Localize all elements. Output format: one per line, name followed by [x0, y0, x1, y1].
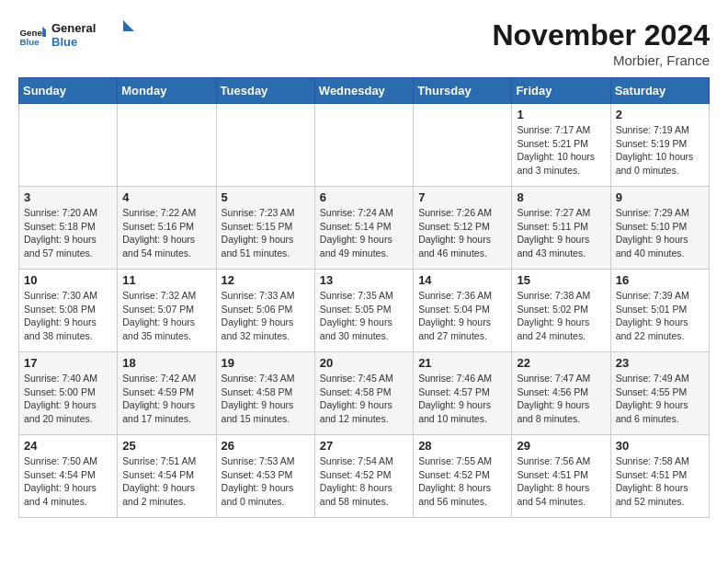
- calendar-week-4: 17Sunrise: 7:40 AM Sunset: 5:00 PM Dayli…: [19, 352, 710, 435]
- calendar-cell: 4Sunrise: 7:22 AM Sunset: 5:16 PM Daylig…: [118, 187, 216, 270]
- day-info: Sunrise: 7:17 AM Sunset: 5:21 PM Dayligh…: [517, 123, 605, 178]
- calendar-cell: 21Sunrise: 7:46 AM Sunset: 4:57 PM Dayli…: [414, 352, 512, 435]
- calendar-cell: 10Sunrise: 7:30 AM Sunset: 5:08 PM Dayli…: [19, 270, 118, 352]
- calendar-cell: 3Sunrise: 7:20 AM Sunset: 5:18 PM Daylig…: [19, 187, 118, 270]
- day-info: Sunrise: 7:45 AM Sunset: 4:58 PM Dayligh…: [320, 372, 408, 426]
- day-info: Sunrise: 7:24 AM Sunset: 5:14 PM Dayligh…: [320, 206, 408, 260]
- day-number: 6: [320, 190, 408, 204]
- day-number: 16: [616, 273, 704, 287]
- calendar-cell: [414, 104, 512, 187]
- day-number: 12: [222, 273, 310, 287]
- calendar-cell: 6Sunrise: 7:24 AM Sunset: 5:14 PM Daylig…: [314, 187, 413, 270]
- calendar-cell: 28Sunrise: 7:55 AM Sunset: 4:52 PM Dayli…: [414, 435, 512, 518]
- calendar-cell: 24Sunrise: 7:50 AM Sunset: 4:54 PM Dayli…: [19, 435, 118, 518]
- day-info: Sunrise: 7:40 AM Sunset: 5:00 PM Dayligh…: [24, 372, 112, 426]
- calendar-cell: 12Sunrise: 7:33 AM Sunset: 5:06 PM Dayli…: [216, 270, 314, 352]
- svg-text:Blue: Blue: [20, 37, 40, 47]
- day-info: Sunrise: 7:49 AM Sunset: 4:55 PM Dayligh…: [616, 372, 704, 426]
- day-number: 30: [616, 439, 704, 453]
- svg-text:Blue: Blue: [51, 35, 77, 49]
- calendar-cell: [118, 104, 216, 187]
- day-info: Sunrise: 7:29 AM Sunset: 5:10 PM Dayligh…: [616, 206, 704, 260]
- day-info: Sunrise: 7:42 AM Sunset: 4:59 PM Dayligh…: [122, 372, 210, 426]
- calendar-cell: [216, 104, 314, 187]
- day-info: Sunrise: 7:51 AM Sunset: 4:54 PM Dayligh…: [122, 454, 210, 509]
- calendar-cell: 16Sunrise: 7:39 AM Sunset: 5:01 PM Dayli…: [610, 270, 709, 352]
- day-number: 20: [320, 356, 408, 370]
- calendar-cell: 2Sunrise: 7:19 AM Sunset: 5:19 PM Daylig…: [610, 104, 709, 187]
- calendar-cell: 11Sunrise: 7:32 AM Sunset: 5:07 PM Dayli…: [118, 270, 216, 352]
- day-info: Sunrise: 7:35 AM Sunset: 5:05 PM Dayligh…: [320, 289, 408, 343]
- calendar-cell: 23Sunrise: 7:49 AM Sunset: 4:55 PM Dayli…: [610, 352, 709, 435]
- day-number: 3: [24, 190, 112, 204]
- day-info: Sunrise: 7:56 AM Sunset: 4:51 PM Dayligh…: [517, 454, 605, 509]
- day-info: Sunrise: 7:47 AM Sunset: 4:56 PM Dayligh…: [517, 372, 605, 426]
- day-number: 4: [122, 190, 210, 204]
- day-info: Sunrise: 7:53 AM Sunset: 4:53 PM Dayligh…: [222, 454, 310, 509]
- day-info: Sunrise: 7:26 AM Sunset: 5:12 PM Dayligh…: [418, 206, 506, 260]
- calendar-cell: 25Sunrise: 7:51 AM Sunset: 4:54 PM Dayli…: [118, 435, 216, 518]
- header: General Blue General Blue November 2024 …: [18, 18, 710, 68]
- day-info: Sunrise: 7:50 AM Sunset: 4:54 PM Dayligh…: [24, 454, 112, 509]
- calendar-cell: 18Sunrise: 7:42 AM Sunset: 4:59 PM Dayli…: [118, 352, 216, 435]
- weekday-header-thursday: Thursday: [414, 78, 512, 104]
- calendar-cell: 15Sunrise: 7:38 AM Sunset: 5:02 PM Dayli…: [512, 270, 610, 352]
- day-info: Sunrise: 7:23 AM Sunset: 5:15 PM Dayligh…: [222, 206, 310, 260]
- calendar-week-5: 24Sunrise: 7:50 AM Sunset: 4:54 PM Dayli…: [19, 435, 710, 518]
- svg-text:General: General: [51, 21, 96, 35]
- day-number: 7: [418, 190, 506, 204]
- day-info: Sunrise: 7:30 AM Sunset: 5:08 PM Dayligh…: [24, 289, 112, 343]
- calendar-cell: 7Sunrise: 7:26 AM Sunset: 5:12 PM Daylig…: [414, 187, 512, 270]
- weekday-header-tuesday: Tuesday: [216, 78, 314, 104]
- calendar-table: SundayMondayTuesdayWednesdayThursdayFrid…: [18, 77, 710, 518]
- title-area: November 2024 Morbier, France: [492, 18, 710, 68]
- day-info: Sunrise: 7:33 AM Sunset: 5:06 PM Dayligh…: [222, 289, 310, 343]
- logo: General Blue General Blue: [18, 18, 134, 55]
- weekday-header-saturday: Saturday: [610, 78, 709, 104]
- calendar-cell: [314, 104, 413, 187]
- calendar-week-1: 1Sunrise: 7:17 AM Sunset: 5:21 PM Daylig…: [19, 104, 710, 187]
- day-number: 10: [24, 273, 112, 287]
- calendar-cell: 27Sunrise: 7:54 AM Sunset: 4:52 PM Dayli…: [314, 435, 413, 518]
- day-info: Sunrise: 7:22 AM Sunset: 5:16 PM Dayligh…: [122, 206, 210, 260]
- day-info: Sunrise: 7:38 AM Sunset: 5:02 PM Dayligh…: [517, 289, 605, 343]
- day-number: 13: [320, 273, 408, 287]
- day-info: Sunrise: 7:19 AM Sunset: 5:19 PM Dayligh…: [616, 123, 704, 178]
- weekday-header-monday: Monday: [118, 78, 216, 104]
- month-title: November 2024: [492, 18, 710, 52]
- calendar-week-2: 3Sunrise: 7:20 AM Sunset: 5:18 PM Daylig…: [19, 187, 710, 270]
- calendar-cell: 17Sunrise: 7:40 AM Sunset: 5:00 PM Dayli…: [19, 352, 118, 435]
- day-number: 29: [517, 439, 605, 453]
- weekday-header-friday: Friday: [512, 78, 610, 104]
- day-number: 23: [616, 356, 704, 370]
- day-info: Sunrise: 7:27 AM Sunset: 5:11 PM Dayligh…: [517, 206, 605, 260]
- day-number: 22: [517, 356, 605, 370]
- calendar-cell: 5Sunrise: 7:23 AM Sunset: 5:15 PM Daylig…: [216, 187, 314, 270]
- day-number: 15: [517, 273, 605, 287]
- day-info: Sunrise: 7:46 AM Sunset: 4:57 PM Dayligh…: [418, 372, 506, 426]
- day-number: 17: [24, 356, 112, 370]
- day-info: Sunrise: 7:43 AM Sunset: 4:58 PM Dayligh…: [222, 372, 310, 426]
- day-number: 2: [616, 108, 704, 121]
- calendar-cell: [19, 104, 118, 187]
- calendar-week-3: 10Sunrise: 7:30 AM Sunset: 5:08 PM Dayli…: [19, 270, 710, 352]
- day-info: Sunrise: 7:36 AM Sunset: 5:04 PM Dayligh…: [418, 289, 506, 343]
- day-number: 18: [122, 356, 210, 370]
- svg-text:General: General: [20, 28, 47, 38]
- day-number: 21: [418, 356, 506, 370]
- day-info: Sunrise: 7:39 AM Sunset: 5:01 PM Dayligh…: [616, 289, 704, 343]
- logo-svg: General Blue: [51, 18, 134, 52]
- day-number: 1: [517, 108, 605, 121]
- calendar-cell: 19Sunrise: 7:43 AM Sunset: 4:58 PM Dayli…: [216, 352, 314, 435]
- calendar-cell: 26Sunrise: 7:53 AM Sunset: 4:53 PM Dayli…: [216, 435, 314, 518]
- calendar-cell: 13Sunrise: 7:35 AM Sunset: 5:05 PM Dayli…: [314, 270, 413, 352]
- calendar-cell: 14Sunrise: 7:36 AM Sunset: 5:04 PM Dayli…: [414, 270, 512, 352]
- location: Morbier, France: [492, 52, 710, 68]
- day-number: 19: [222, 356, 310, 370]
- weekday-header-sunday: Sunday: [19, 78, 118, 104]
- day-number: 24: [24, 439, 112, 453]
- calendar-cell: 8Sunrise: 7:27 AM Sunset: 5:11 PM Daylig…: [512, 187, 610, 270]
- day-number: 9: [616, 190, 704, 204]
- calendar-cell: 9Sunrise: 7:29 AM Sunset: 5:10 PM Daylig…: [610, 187, 709, 270]
- day-info: Sunrise: 7:32 AM Sunset: 5:07 PM Dayligh…: [122, 289, 210, 343]
